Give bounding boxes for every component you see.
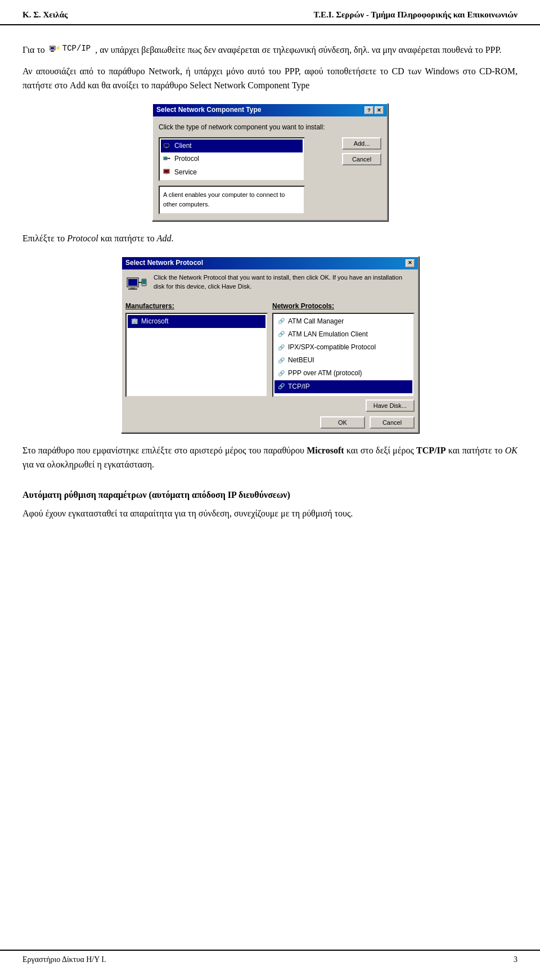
protocol-tcpip[interactable]: 🔗 TCP/IP [274,380,412,393]
svg-rect-7 [165,147,168,149]
para1-prefix: Για το [22,45,45,55]
list-item-service[interactable]: Service [161,166,303,179]
protocol-tcpip-icon: 🔗 [277,383,286,390]
dialog1-content-row: Client [159,137,381,214]
svg-rect-15 [165,173,168,174]
svg-rect-1 [51,47,54,49]
protocol-atm-call-icon: 🔗 [277,317,286,325]
dialog1-instruction: Click the type of network component you … [159,122,381,133]
svg-rect-10 [164,158,166,159]
para4-tcpip: TCP/IP [416,446,446,455]
list-item-client[interactable]: Client [161,140,303,152]
page-footer: Εργαστήριο Δίκτυα Η/Υ Ι. 3 [0,950,540,969]
section-heading: Αυτόματη ρύθμιση παραμέτρων (αυτόματη απ… [22,488,518,502]
protocol-icon [163,155,172,163]
protocols-label: Network Protocols: [272,301,415,312]
para1-suffix: , αν υπάρχει βεβαιωθείτε πως δεν αναφέρε… [95,45,501,55]
paragraph-5: Αφού έχουν εγκατασταθεί τα απαραίτητα γι… [22,506,518,521]
microsoft-icon: 🏢 [130,317,139,325]
dialog1-list-section: Client [159,137,333,214]
manufacturer-label: Microsoft [141,316,169,327]
manufacturers-listbox[interactable]: 🏢 Microsoft [125,313,268,397]
header-left: Κ. Σ. Χειλάς [22,10,68,20]
dialog2-wrapper: Select Network Protocol ✕ [22,256,518,433]
dialog2-icon [125,273,148,295]
dialog1-description: A client enables your computer to connec… [159,186,305,214]
dialog-select-network-protocol: Select Network Protocol ✕ [121,256,419,433]
paragraph-4: Στο παράθυρο που εμφανίστηκε επιλέξτε στ… [22,443,518,472]
dialog1-titlebar: Select Network Component Type ? ✕ [153,104,387,116]
svg-rect-14 [164,170,169,173]
dialog2-instruction: Click the Network Protocol that you want… [154,273,415,291]
dialog1-close-btn[interactable]: ✕ [375,106,384,114]
svg-rect-3 [51,51,54,52]
para3-italic: Protocol [67,233,100,243]
para3-middle: και πατήστε το [101,233,155,243]
dialog1-add-button[interactable]: Add... [342,137,381,150]
protocol-atm-lan[interactable]: 🔗 ATM LAN Emulation Client [274,328,412,341]
svg-rect-2 [51,50,53,51]
svg-rect-17 [128,279,137,286]
footer-left: Εργαστήριο Δίκτυα Η/Υ Ι. [22,955,106,964]
manufacturer-microsoft[interactable]: 🏢 Microsoft [128,315,266,328]
dialog1-listbox[interactable]: Client [159,137,305,181]
paragraph-2: Αν απουσιάζει από το παράθυρο Network, ή… [22,64,518,93]
dialog1-title: Select Network Component Type [156,105,261,115]
dialog1-cancel-button[interactable]: Cancel [342,153,381,165]
dialog2-titlebar: Select Network Protocol ✕ [122,257,418,269]
protocols-column: Network Protocols: 🔗 ATM Call Manager 🔗 … [272,301,415,397]
svg-text:⚡: ⚡ [55,45,61,51]
manufacturers-column: Manufacturers: 🏢 Microsoft [125,301,268,397]
protocol-netbeui[interactable]: 🔗 NetBEUI [274,354,412,367]
svg-rect-19 [128,289,137,290]
svg-marker-12 [169,158,170,159]
have-disk-row: Have Disk... [122,397,418,412]
para3-prefix: Επιλέξτε το [22,233,65,243]
protocol-ipx-icon: 🔗 [277,344,286,352]
header-right: Τ.Ε.Ι. Σερρών - Τμήμα Πληροφορικής και Ε… [313,10,518,20]
manufacturers-label: Manufacturers: [125,301,268,312]
dialog2-close-btn[interactable]: ✕ [406,259,415,267]
have-disk-button[interactable]: Have Disk... [366,399,415,412]
footer-right: 3 [514,955,518,964]
client-icon [163,142,172,150]
dialog2-cancel-button[interactable]: Cancel [370,416,415,429]
dialog1-wrapper: Select Network Component Type ? ✕ Click … [22,103,518,221]
protocol-ipx-spx[interactable]: 🔗 IPX/SPX-compatible Protocol [274,341,412,354]
svg-rect-18 [130,287,135,289]
protocol-label: Protocol [174,154,199,164]
svg-rect-8 [164,148,169,149]
network-wizard-icon [126,273,147,295]
service-icon-svg [163,169,172,176]
tcpip-label: TCP/IP [62,42,91,55]
para4-ok: OK [505,446,518,455]
dialog2-titlebar-buttons: ✕ [406,259,415,267]
client-computer-icon [163,143,172,150]
paragraph-3: Επιλέξτε το Protocol και πατήστε το Add. [22,231,518,246]
paragraph-1: Για το ⚡ TCP/IP , αν υπάρχει βεβαιωθείτε… [22,42,518,57]
dialog1-body: Click the type of network component you … [153,116,387,220]
service-label: Service [174,167,197,178]
protocol-ppp-atm[interactable]: 🔗 PPP over ATM (protocol) [274,367,412,380]
svg-rect-6 [164,144,169,147]
protocol-ppp-icon: 🔗 [277,370,286,377]
protocols-listbox[interactable]: 🔗 ATM Call Manager 🔗 ATM LAN Emulation C… [272,313,415,397]
svg-rect-23 [142,280,146,284]
service-icon [163,168,172,176]
para3-italic2: Add [157,233,172,243]
client-label: Client [174,141,192,151]
dialog2-top: Click the Network Protocol that you want… [122,269,418,295]
network-icon: ⚡ [50,44,61,53]
dialog1-help-btn[interactable]: ? [364,106,374,114]
protocol-icon-svg [163,156,172,163]
dialog-select-network-component: Select Network Component Type ? ✕ Click … [152,103,388,221]
dialog1-titlebar-buttons: ? ✕ [364,106,384,114]
dialog1-buttons: Add... Cancel [342,137,381,214]
dialog2-title: Select Network Protocol [125,258,203,268]
list-item-protocol[interactable]: Protocol [161,152,303,165]
para4-microsoft: Microsoft [307,446,344,455]
protocol-atm-call[interactable]: 🔗 ATM Call Manager [274,315,412,328]
main-content: Για το ⚡ TCP/IP , αν υπάρχει βεβαιωθείτε… [0,25,540,539]
dialog2-ok-button[interactable]: OK [320,416,365,429]
dialog2-bottom-buttons: OK Cancel [122,412,418,432]
